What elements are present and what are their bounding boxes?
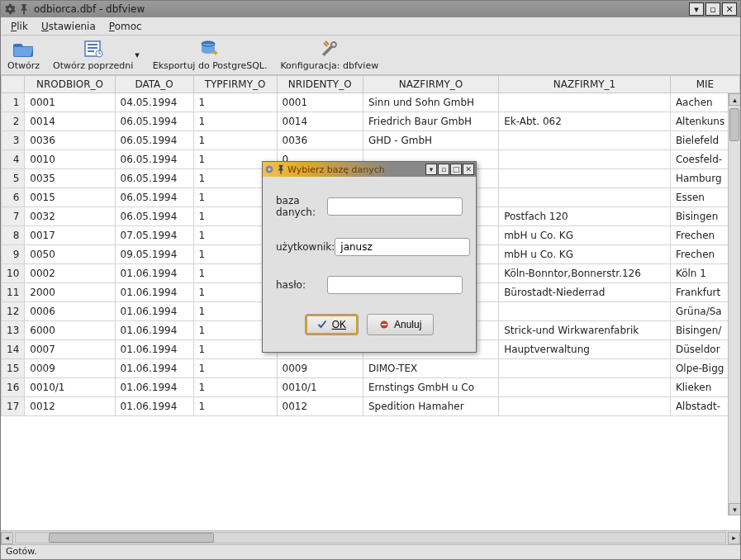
row-number[interactable]: 16 (2, 378, 25, 397)
row-number[interactable]: 7 (2, 207, 25, 226)
column-header[interactable]: NAZFIRMY_1 (499, 76, 671, 93)
minimize-button[interactable]: ▾ (689, 2, 704, 16)
cell[interactable]: Ek-Abt. 062 (499, 112, 671, 131)
cell[interactable]: 0006 (25, 302, 115, 321)
maximize-button[interactable]: ▫ (705, 2, 720, 16)
cell[interactable]: 6000 (25, 321, 115, 340)
cell[interactable]: 0014 (277, 112, 363, 131)
column-header[interactable]: NRODBIOR_O (25, 76, 115, 93)
cell[interactable]: 06.05.1994 (115, 207, 193, 226)
cell[interactable]: 0002 (25, 264, 115, 283)
cell[interactable] (499, 397, 671, 416)
menu-pomoc[interactable]: Pomoc (102, 19, 149, 34)
row-number[interactable]: 1 (2, 93, 25, 112)
cell[interactable]: Bürostadt-Niederrad (499, 283, 671, 302)
password-input[interactable] (327, 276, 463, 294)
dialog-maximize-button[interactable]: □ (450, 164, 462, 175)
cell[interactable]: Sinn und Sohn GmbH (363, 93, 498, 112)
cell[interactable]: 01.06.1994 (115, 359, 193, 378)
column-header[interactable]: NAZFIRMY_O (363, 76, 498, 93)
row-number[interactable]: 11 (2, 283, 25, 302)
scroll-track[interactable] (15, 532, 726, 543)
configure-button[interactable]: Konfiguracja: dbfview (278, 39, 380, 71)
cancel-button[interactable]: Anuluj (367, 314, 434, 335)
cell[interactable]: Köln-Bonntor,Bonnerstr.126 (499, 264, 671, 283)
cell[interactable]: 06.05.1994 (115, 169, 193, 188)
cell[interactable]: 0050 (25, 245, 115, 264)
row-number[interactable]: 4 (2, 150, 25, 169)
row-number[interactable]: 6 (2, 188, 25, 207)
menu-plik[interactable]: Plik (4, 19, 35, 34)
row-number[interactable]: 2 (2, 112, 25, 131)
row-number[interactable]: 10 (2, 264, 25, 283)
row-number[interactable]: 14 (2, 340, 25, 359)
cell[interactable]: 01.06.1994 (115, 283, 193, 302)
row-number[interactable]: 9 (2, 245, 25, 264)
dialog-close-button[interactable]: ✕ (463, 164, 474, 175)
cell[interactable]: 0032 (25, 207, 115, 226)
cell[interactable]: mbH u Co. KG (499, 226, 671, 245)
ok-button[interactable]: OK (305, 314, 359, 335)
cell[interactable]: 0001 (277, 93, 363, 112)
table-row[interactable]: 1000104.05.199410001Sinn und Sohn GmbHAa… (2, 93, 740, 112)
table-row[interactable]: 2001406.05.199410014Friedrich Baur GmbHE… (2, 112, 740, 131)
menu-ustawienia[interactable]: Ustawienia (35, 19, 102, 34)
cell[interactable]: 0017 (25, 226, 115, 245)
cell[interactable] (499, 359, 671, 378)
cell[interactable]: 0010/1 (25, 378, 115, 397)
cell[interactable]: 06.05.1994 (115, 150, 193, 169)
row-number[interactable]: 13 (2, 321, 25, 340)
cell[interactable]: 0036 (277, 131, 363, 150)
row-number[interactable]: 5 (2, 169, 25, 188)
open-button[interactable]: Otwórz (6, 39, 41, 71)
cell[interactable] (499, 169, 671, 188)
column-header[interactable]: NRIDENTY_O (277, 76, 363, 93)
database-input[interactable] (327, 197, 463, 216)
cell[interactable]: 01.06.1994 (115, 321, 193, 340)
cell[interactable]: mbH u Co. KG (499, 245, 671, 264)
cell[interactable]: Ernstings GmbH u Co (363, 378, 498, 397)
cell[interactable]: 07.05.1994 (115, 226, 193, 245)
cell[interactable]: 0015 (25, 188, 115, 207)
open-recent-button[interactable]: Otwórz poprzedni ▾ (51, 39, 141, 71)
cell[interactable]: 04.05.1994 (115, 93, 193, 112)
pin-icon[interactable] (18, 3, 30, 15)
cell[interactable]: 1 (193, 359, 277, 378)
cell[interactable]: 0010/1 (277, 378, 363, 397)
scroll-left-button[interactable]: ◂ (1, 532, 13, 544)
export-postgres-button[interactable]: Eksportuj do PostgreSQL. (151, 39, 269, 71)
cell[interactable] (499, 93, 671, 112)
row-number[interactable]: 8 (2, 226, 25, 245)
cell[interactable]: 1 (193, 112, 277, 131)
cell[interactable]: 01.06.1994 (115, 302, 193, 321)
row-number[interactable]: 12 (2, 302, 25, 321)
dialog-minimize-button[interactable]: ▾ (425, 164, 437, 175)
cell[interactable]: Hauptverwaltung (499, 340, 671, 359)
column-header[interactable]: TYPFIRMY_O (193, 76, 277, 93)
cell[interactable]: 1 (193, 131, 277, 150)
row-number[interactable]: 15 (2, 359, 25, 378)
scroll-thumb[interactable] (729, 108, 739, 141)
cell[interactable]: 01.06.1994 (115, 340, 193, 359)
cell[interactable]: 0012 (25, 397, 115, 416)
chevron-down-icon[interactable]: ▾ (135, 50, 140, 60)
cell[interactable] (499, 131, 671, 150)
cell[interactable]: Friedrich Baur GmbH (363, 112, 498, 131)
cell[interactable]: 0014 (25, 112, 115, 131)
cell[interactable]: 06.05.1994 (115, 131, 193, 150)
cell[interactable] (499, 302, 671, 321)
pin-icon[interactable] (276, 164, 286, 174)
cell[interactable]: 0009 (25, 359, 115, 378)
scroll-up-button[interactable]: ▴ (729, 93, 740, 106)
cell[interactable]: Postfach 120 (499, 207, 671, 226)
cell[interactable]: 1 (193, 378, 277, 397)
table-row[interactable]: 15000901.06.199410009DIMO-TEXOlpe-Bigg (2, 359, 740, 378)
cell[interactable]: 01.06.1994 (115, 397, 193, 416)
row-number[interactable]: 17 (2, 397, 25, 416)
cell[interactable] (499, 188, 671, 207)
cell[interactable]: 0001 (25, 93, 115, 112)
username-input[interactable] (335, 238, 470, 256)
dialog-restore-button[interactable]: ▫ (438, 164, 449, 175)
cell[interactable]: Spedition Hamaher (363, 397, 498, 416)
column-header[interactable]: DATA_O (115, 76, 193, 93)
